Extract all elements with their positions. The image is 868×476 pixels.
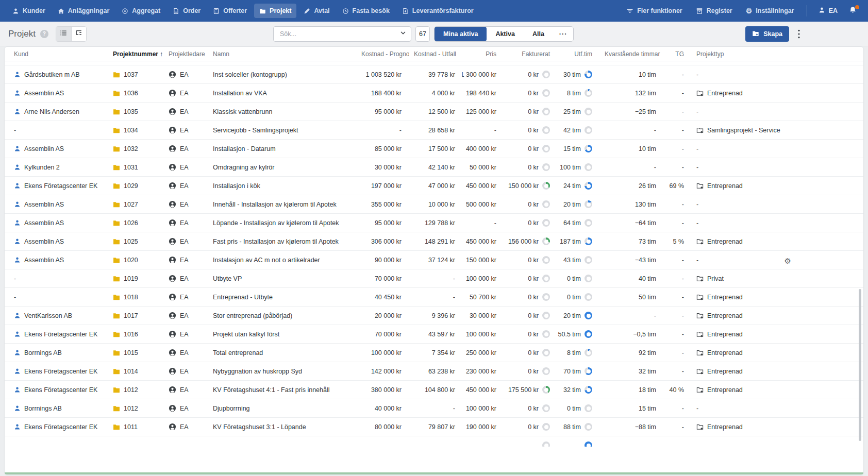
nav-item-inst-llningar[interactable]: ⚙Inställningar	[741, 4, 799, 18]
column-header-kund[interactable]: Kund	[9, 50, 108, 58]
cell-namn-text: Installation av VKA	[213, 90, 267, 97]
table-row[interactable]: Assemblin AS1027EAInnehåll - Installasjo…	[5, 195, 863, 214]
table-row[interactable]: Assemblin AS1032EAInstallasjon - Datarum…	[5, 140, 863, 158]
table-row[interactable]: -1019EAUtbyte VP70 000 kr-100 000 kr0 kr…	[5, 269, 863, 288]
table-row[interactable]: Assemblin AS1020EAInstalasjon av AC m no…	[5, 251, 863, 269]
column-header-fakturerat[interactable]: Fakturerat	[504, 50, 557, 58]
table-row[interactable]: -1018EAEntreprenad - Utbyte40 450 kr-50 …	[5, 288, 863, 307]
column-header-projektledare[interactable]: Projektledare	[163, 50, 208, 58]
cell-projektledare: EA	[163, 349, 208, 356]
cell-pris: 30 000 kr	[462, 312, 504, 319]
nav-item-fasta-bes-k[interactable]: Fasta besök	[337, 4, 395, 18]
archive-icon	[696, 7, 703, 14]
column-header-tg[interactable]: TG	[663, 50, 691, 58]
cell-tg-text: -	[682, 145, 684, 152]
cell-fakturerat-text: 0 kr	[528, 368, 539, 375]
table-row[interactable]: Arne Nils Andersen1035EAKlassisk vattenb…	[5, 103, 863, 121]
column-header-kostnad-prognos[interactable]: Kostnad - Prognos	[356, 50, 409, 58]
project-leader-avatar	[169, 330, 176, 338]
filter-mina-aktiva[interactable]: Mina aktiva	[435, 27, 487, 41]
column-header-namn[interactable]: Namn	[208, 50, 356, 58]
column-header-pris[interactable]: Pris	[462, 50, 504, 58]
table-row[interactable]: Assemblin AS1026EALöpande - Installasjon…	[5, 214, 863, 232]
project-folder-icon	[113, 90, 120, 97]
cell-projektnummer: 1020	[108, 257, 163, 264]
help-icon[interactable]: ?	[40, 30, 48, 38]
cell-fakturerat-text: 0 kr	[528, 275, 539, 282]
column-header-projekttyp[interactable]: Projekttyp	[691, 50, 794, 58]
user-menu[interactable]: EA	[814, 3, 842, 19]
table-row[interactable]: Borrnings AB1012EADjupborrning40 000 kr-…	[5, 399, 863, 418]
table-row[interactable]: Ekens Företagscenter EK1014EANybyggnatio…	[5, 362, 863, 381]
nav-item-register[interactable]: Register	[691, 4, 738, 18]
column-header-utf-tim[interactable]: Utf.tim	[557, 50, 599, 58]
project-folder-icon	[113, 201, 120, 208]
table-row[interactable]: Kylkunden 21031EAOmdragning av kylrör30 …	[5, 158, 863, 177]
table-row[interactable]: -1034EAServicejobb - Samlingsprojekt-28 …	[5, 121, 863, 140]
progress-ring	[542, 200, 550, 208]
kebab-menu-icon[interactable]	[797, 29, 800, 39]
create-button[interactable]: Skapa	[745, 26, 789, 42]
nav-item-offerter[interactable]: Offerter	[208, 4, 252, 18]
cell-fakturerat: 0 kr	[504, 219, 557, 227]
nav-item-kunder[interactable]: Kunder	[7, 4, 51, 18]
table-row[interactable]: Ekens Företagscenter EK1011EAKV Företags…	[5, 418, 863, 436]
vertical-scrollbar[interactable]	[859, 289, 861, 441]
cell-pris-text: 1 300 000 kr	[462, 71, 496, 78]
table-row[interactable]: Assemblin AS1036EAInstallation av VKA168…	[5, 84, 863, 103]
cell-utfall: 9 396 kr	[409, 312, 462, 319]
cell-kund-text: Ekens Företagscenter EK	[24, 368, 97, 375]
nav-item-projekt[interactable]: Projekt	[254, 4, 296, 18]
cell-projektledare: EA	[163, 293, 208, 301]
nav-items: KunderAnläggningarAggregatOrderOfferterP…	[7, 4, 479, 18]
column-header-kvarstående-timmar[interactable]: Kvarstående timmar	[599, 50, 663, 58]
table-row[interactable]: Borrnings AB1015EATotal entreprenad100 0…	[5, 344, 863, 362]
filter-alla[interactable]: Alla	[524, 27, 553, 41]
cell-utfall-text: 63 238 kr	[428, 368, 455, 375]
cell-fakturerat-text: 0 kr	[528, 201, 539, 208]
notifications-button[interactable]	[845, 3, 861, 19]
cell-kund: Assemblin AS	[9, 219, 108, 227]
cell-projektledare-text: EA	[180, 405, 189, 412]
cell-prognos: -	[356, 127, 409, 134]
cell-kund-text: Borrnings AB	[24, 405, 62, 412]
search-dropdown[interactable]	[273, 26, 411, 42]
cell-projektledare: EA	[163, 219, 208, 227]
nav-item-fler-funktioner[interactable]: Fler funktioner	[621, 4, 688, 18]
nav-item-aggregat[interactable]: Aggregat	[116, 4, 165, 18]
cell-namn-text: Djupborrning	[213, 405, 250, 412]
list-view-button[interactable]	[56, 27, 71, 41]
column-header-projektnummer[interactable]: Projektnummer↑	[108, 50, 163, 58]
nav-right-items: Fler funktionerRegister⚙Inställningar	[621, 4, 799, 18]
column-settings-gear-icon[interactable]: ⚙	[784, 257, 791, 265]
table-row[interactable]: Assemblin AS1025EAFast pris - Installasj…	[5, 232, 863, 251]
tree-view-button[interactable]	[71, 27, 86, 41]
search-input[interactable]	[279, 30, 399, 38]
table-row[interactable]: Gårdsbutiken m AB1037EAInst solceller (k…	[5, 65, 863, 84]
cell-kund-text: -	[14, 275, 16, 282]
table-row[interactable]: Ekens Företagscenter EK1029EAInstallasjo…	[5, 177, 863, 195]
cell-namn-text: KV Företagshuset 4:1 - Fast pris innehål…	[213, 386, 330, 394]
cell-tg: -	[663, 405, 691, 412]
progress-ring	[585, 71, 592, 78]
nav-item-anl-ggningar[interactable]: Anläggningar	[53, 4, 115, 18]
table-row[interactable]: VentKarlsson AB1017EAStor entreprenad (p…	[5, 307, 863, 325]
cell-tg: -	[663, 164, 691, 171]
cell-fakturerat	[504, 441, 557, 447]
nav-item-avtal[interactable]: Avtal	[298, 4, 335, 18]
filter--[interactable]: ···	[553, 27, 574, 41]
cell-fakturerat: 0 kr	[504, 108, 557, 115]
filter-aktiva[interactable]: Aktiva	[487, 27, 524, 41]
cell-namn-text: Installasjon i kök	[213, 182, 260, 190]
nav-item-order[interactable]: Order	[168, 4, 206, 18]
cell-utftim: 8 tim	[557, 89, 599, 97]
cell-kvarstaende: 15 tim	[599, 405, 663, 412]
table-row[interactable]	[5, 436, 863, 447]
nav-item-leverant-rsfakturor[interactable]: Leverantörsfakturor	[397, 4, 479, 18]
table-row[interactable]: Ekens Företagscenter EK1016EAProjekt uta…	[5, 325, 863, 344]
cell-utftim-text: 50.5 tim	[558, 331, 581, 338]
cell-utftim-text: 42 tim	[563, 127, 581, 134]
table-row[interactable]: Ekens Företagscenter EK1012EAKV Företags…	[5, 381, 863, 399]
cell-projektledare-text: EA	[180, 275, 189, 282]
column-header-kostnad-utfall[interactable]: Kostnad - Utfall	[409, 50, 462, 58]
